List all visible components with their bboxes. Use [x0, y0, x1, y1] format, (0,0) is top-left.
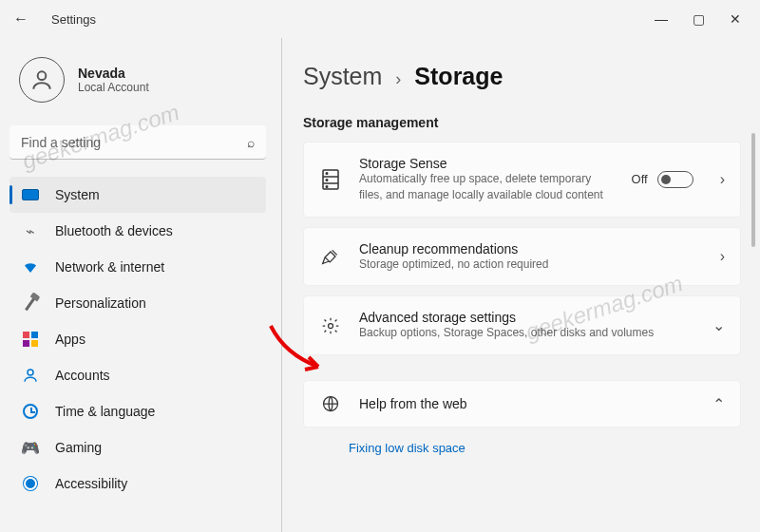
- nav-gaming[interactable]: 🎮 Gaming: [10, 429, 266, 466]
- wifi-icon: [19, 257, 42, 276]
- card-title: Advanced storage settings: [359, 310, 686, 325]
- storage-sense-card[interactable]: Storage Sense Automatically free up spac…: [303, 142, 741, 218]
- card-title: Storage Sense: [359, 156, 615, 171]
- accounts-icon: [19, 366, 42, 385]
- nav-accounts[interactable]: Accounts: [10, 357, 266, 393]
- card-title: Cleanup recommendations: [359, 241, 694, 256]
- card-sub: Automatically free up space, delete temp…: [359, 171, 615, 203]
- titlebar: ← Settings — ▢ ✕: [0, 0, 760, 38]
- breadcrumb: System › Storage: [303, 63, 741, 90]
- back-button[interactable]: ←: [8, 10, 34, 28]
- help-link[interactable]: Fixing low disk space: [349, 441, 741, 455]
- globe-icon: [319, 394, 342, 413]
- nav-label: Gaming: [55, 440, 102, 455]
- sidebar: Nevada Local Account ⌕ System ⌁ Bluetoot…: [0, 38, 276, 532]
- apps-icon: [19, 330, 42, 349]
- nav-apps[interactable]: Apps: [10, 321, 266, 357]
- user-sub: Local Account: [78, 81, 149, 94]
- svg-point-0: [38, 71, 47, 80]
- toggle-label: Off: [632, 172, 648, 186]
- advanced-storage-card[interactable]: Advanced storage settings Backup options…: [303, 295, 741, 355]
- svg-point-1: [28, 370, 33, 375]
- gaming-icon: 🎮: [19, 438, 42, 457]
- user-profile[interactable]: Nevada Local Account: [10, 48, 266, 112]
- svg-point-6: [326, 179, 328, 180]
- user-name: Nevada: [78, 66, 149, 81]
- nav-bluetooth[interactable]: ⌁ Bluetooth & devices: [10, 213, 266, 249]
- scrollbar[interactable]: [749, 38, 758, 532]
- svg-point-7: [326, 185, 328, 187]
- card-title: Help from the web: [359, 396, 686, 411]
- card-sub: Storage optimized, no action required: [359, 256, 694, 273]
- nav-label: Personalization: [55, 295, 146, 311]
- broom-icon: [319, 247, 342, 266]
- nav-label: Bluetooth & devices: [55, 223, 173, 238]
- accessibility-icon: [19, 474, 42, 493]
- nav-label: Network & internet: [55, 259, 164, 275]
- divider: [281, 38, 282, 532]
- nav-accessibility[interactable]: Accessibility: [10, 466, 266, 502]
- cleanup-card[interactable]: Cleanup recommendations Storage optimize…: [303, 227, 741, 287]
- nav-system[interactable]: System: [10, 177, 266, 213]
- nav-label: Time & language: [55, 404, 155, 419]
- scroll-thumb[interactable]: [751, 133, 755, 247]
- nav-network[interactable]: Network & internet: [10, 249, 266, 285]
- chevron-right-icon[interactable]: ›: [720, 248, 725, 265]
- chevron-right-icon: ›: [395, 69, 401, 89]
- nav-personalization[interactable]: Personalization: [10, 285, 266, 321]
- breadcrumb-parent[interactable]: System: [303, 63, 382, 90]
- svg-point-5: [326, 172, 328, 174]
- chevron-right-icon[interactable]: ›: [720, 171, 725, 188]
- minimize-button[interactable]: —: [655, 11, 668, 27]
- nav-label: Apps: [55, 332, 86, 347]
- storage-icon: [319, 169, 342, 190]
- nav-label: Accessibility: [55, 476, 127, 491]
- chevron-up-icon[interactable]: ⌃: [712, 395, 725, 413]
- card-sub: Backup options, Storage Spaces, other di…: [359, 325, 686, 341]
- breadcrumb-current: Storage: [414, 63, 503, 90]
- bluetooth-icon: ⌁: [19, 221, 42, 240]
- app-title: Settings: [51, 12, 96, 27]
- svg-rect-2: [323, 170, 338, 189]
- avatar-icon: [19, 57, 65, 103]
- gear-icon: [319, 316, 342, 335]
- search-icon: ⌕: [247, 135, 255, 150]
- clock-icon: [19, 402, 42, 421]
- help-card[interactable]: Help from the web ⌃: [303, 380, 741, 428]
- chevron-down-icon[interactable]: ⌄: [712, 316, 725, 334]
- nav-list: System ⌁ Bluetooth & devices Network & i…: [10, 177, 266, 502]
- svg-point-8: [329, 323, 333, 328]
- nav-time[interactable]: Time & language: [10, 393, 266, 429]
- search-box[interactable]: ⌕: [10, 125, 266, 160]
- nav-label: System: [55, 187, 100, 202]
- nav-label: Accounts: [55, 368, 110, 383]
- main-panel: System › Storage Storage management Stor…: [288, 38, 760, 532]
- storage-sense-toggle[interactable]: [657, 171, 694, 188]
- maximize-button[interactable]: ▢: [693, 11, 705, 27]
- section-title: Storage management: [303, 115, 741, 130]
- search-input[interactable]: [10, 125, 266, 160]
- close-button[interactable]: ✕: [730, 11, 741, 27]
- system-icon: [19, 185, 42, 204]
- brush-icon: [19, 294, 42, 313]
